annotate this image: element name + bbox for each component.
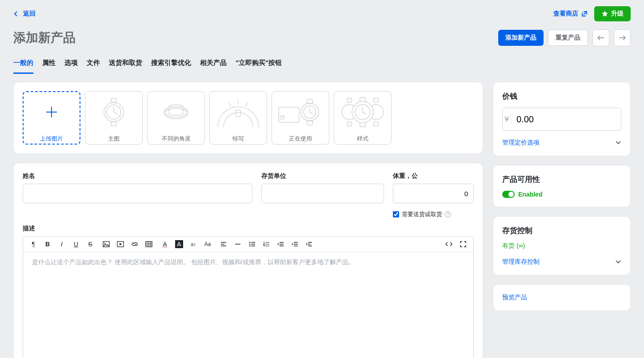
tab-attributes[interactable]: 属性 (42, 55, 56, 74)
tab-seo[interactable]: 搜索引擎优化 (151, 55, 191, 74)
svg-point-28 (249, 242, 251, 243)
view-store-link[interactable]: 查看商店 (553, 10, 588, 18)
outdent-icon[interactable] (276, 240, 284, 248)
image-tile-closeup[interactable]: 特写 (209, 91, 267, 145)
strikethrough-icon[interactable]: S (86, 240, 94, 248)
details-card: 姓名 存货单位 体重，公 需要送货或取货 ? (13, 163, 483, 358)
name-label: 姓名 (23, 172, 252, 180)
preview-product-link[interactable]: 预览产品 (502, 294, 527, 301)
weight-input[interactable] (393, 184, 474, 203)
table-icon[interactable] (145, 240, 153, 248)
stock-title: 存货控制 (502, 225, 621, 236)
svg-rect-15 (347, 122, 352, 126)
tab-shipping[interactable]: 送货和取货 (109, 55, 142, 74)
link-icon[interactable] (131, 240, 139, 248)
price-card: 价钱 ￥ 管理定价选项 (493, 82, 631, 156)
image-tile-main[interactable]: 主图 (85, 91, 143, 145)
price-input[interactable] (511, 114, 621, 125)
bold-icon[interactable]: B (44, 240, 52, 248)
hr-icon[interactable] (234, 240, 242, 248)
tile-label: 特写 (232, 135, 244, 143)
svg-rect-18 (374, 122, 378, 126)
chevron-down-icon (615, 141, 621, 145)
upload-image-tile[interactable]: 上传图片 (23, 91, 80, 145)
tile-label: 不同的角度 (162, 135, 191, 143)
upload-label: 上传图片 (40, 135, 63, 143)
svg-rect-7 (236, 110, 241, 117)
stock-card: 存货控制 有货 (∞) 管理库存控制 (493, 216, 631, 275)
paragraph-icon[interactable]: ¶ (29, 240, 37, 248)
arrow-left-icon (597, 35, 604, 40)
manage-pricing-label: 管理定价选项 (502, 139, 540, 147)
watch-style-icon (338, 96, 387, 129)
enabled-toggle[interactable] (502, 191, 515, 198)
italic-icon[interactable]: I (58, 240, 66, 248)
fullscreen-icon[interactable] (459, 240, 467, 248)
tile-label: 主图 (108, 135, 120, 143)
back-link[interactable]: 返回 (13, 10, 36, 18)
number-list-icon[interactable] (262, 240, 270, 248)
duplicate-product-button[interactable]: 重复产品 (548, 30, 588, 46)
currency-symbol: ￥ (503, 114, 511, 125)
bullet-list-icon[interactable] (248, 240, 256, 248)
name-input[interactable] (23, 184, 252, 203)
back-label: 返回 (23, 10, 36, 18)
prev-button[interactable] (592, 29, 609, 46)
svg-rect-27 (146, 241, 152, 247)
stock-status: 有货 (∞) (502, 242, 621, 250)
sku-label: 存货单位 (261, 172, 384, 180)
svg-point-6 (168, 108, 184, 115)
tabs: 一般的 属性 选项 文件 送货和取货 搜索引擎优化 相关产品 "立即购买"按钮 (13, 55, 631, 74)
tab-related[interactable]: 相关产品 (200, 55, 227, 74)
next-button[interactable] (614, 29, 631, 46)
font-size-icon[interactable]: a↕ (189, 240, 197, 248)
tab-options[interactable]: 选项 (64, 55, 78, 74)
font-case-icon[interactable]: Aa (204, 240, 212, 248)
view-store-label: 查看商店 (553, 10, 578, 18)
images-card: 上传图片 主图 不同的角度 (13, 82, 483, 154)
manage-stock-label: 管理库存控制 (502, 258, 540, 266)
preview-card: 预览产品 (493, 284, 631, 311)
svg-point-30 (249, 245, 251, 247)
chevron-left-icon (13, 11, 19, 16)
tab-general[interactable]: 一般的 (13, 55, 33, 74)
manage-stock-link[interactable]: 管理库存控制 (502, 258, 621, 266)
star-icon (601, 10, 608, 17)
upgrade-label: 升级 (611, 10, 624, 18)
chevron-down-icon (615, 260, 621, 264)
tab-buynow[interactable]: "立即购买"按钮 (236, 55, 282, 74)
watch-front-icon (89, 96, 138, 129)
align-icon[interactable] (220, 240, 228, 248)
help-icon[interactable]: ? (445, 211, 451, 217)
upgrade-button[interactable]: 升级 (594, 6, 631, 21)
availability-card: 产品可用性 Enabled (493, 165, 631, 207)
underline-icon[interactable]: U (72, 240, 80, 248)
indent-icon[interactable] (291, 240, 299, 248)
tab-files[interactable]: 文件 (87, 55, 100, 74)
page-title: 添加新产品 (13, 29, 76, 46)
image-tile-inuse[interactable]: 正在使用 (272, 91, 329, 145)
svg-rect-17 (374, 98, 378, 102)
watch-inuse-icon (276, 96, 325, 129)
watch-closeup-icon (214, 96, 263, 129)
external-link-icon (581, 10, 588, 17)
code-view-icon[interactable] (445, 240, 453, 248)
add-product-button[interactable]: 添加新产品 (498, 30, 544, 46)
plus-icon (27, 96, 76, 129)
image-tile-angle[interactable]: 不同的角度 (147, 91, 205, 145)
arrow-right-icon (619, 35, 626, 40)
description-textarea[interactable]: 是什么让这个产品如此出色？ 使用此区域输入产品说明。 包括图片、视频和/或推荐，… (23, 252, 473, 358)
sku-input[interactable] (261, 184, 384, 203)
description-label: 描述 (23, 225, 474, 233)
video-icon[interactable] (116, 240, 124, 248)
highlight-icon[interactable]: A (175, 240, 183, 248)
image-tile-style[interactable]: 样式 (334, 91, 392, 145)
svg-rect-8 (279, 107, 299, 122)
tile-label: 样式 (357, 135, 368, 143)
text-color-icon[interactable]: A (161, 240, 169, 248)
requires-shipping-label: 需要送货或取货 (402, 210, 442, 218)
image-icon[interactable] (102, 240, 110, 248)
requires-shipping-checkbox[interactable] (393, 211, 399, 217)
clear-format-icon[interactable] (305, 240, 313, 248)
manage-pricing-link[interactable]: 管理定价选项 (502, 139, 621, 147)
